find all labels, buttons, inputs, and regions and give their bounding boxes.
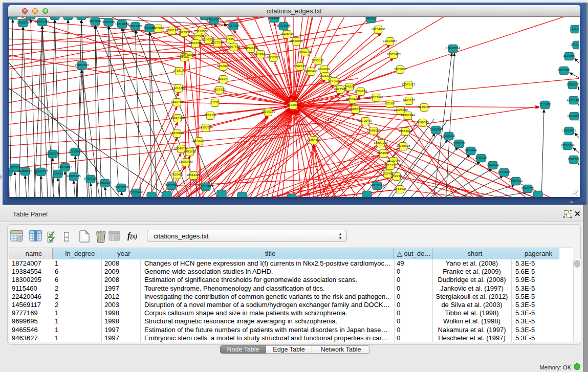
svg-text:3267110: 3267110 <box>204 113 216 117</box>
svg-text:3215958: 3215958 <box>539 102 552 106</box>
svg-text:7485063: 7485063 <box>394 67 407 71</box>
svg-text:9329966: 9329966 <box>563 54 576 57</box>
svg-text:20206576: 20206576 <box>46 151 60 155</box>
svg-text:12444150: 12444150 <box>567 98 579 101</box>
svg-text:12323448: 12323448 <box>129 190 143 194</box>
svg-text:1733426: 1733426 <box>394 187 407 190</box>
svg-text:19166825: 19166825 <box>170 131 184 135</box>
svg-text:39151: 39151 <box>9 169 12 173</box>
svg-text:1167533: 1167533 <box>568 157 579 161</box>
svg-text:1724007: 1724007 <box>287 103 300 106</box>
svg-text:1405571: 1405571 <box>17 20 30 24</box>
svg-text:98901: 98901 <box>180 55 189 58</box>
svg-text:7357224: 7357224 <box>227 24 240 27</box>
svg-text:12342757: 12342757 <box>34 169 48 173</box>
svg-text:7955812: 7955812 <box>312 58 324 62</box>
svg-text:20691406: 20691406 <box>35 19 50 23</box>
svg-text:252214: 252214 <box>391 174 402 178</box>
svg-text:12505135: 12505135 <box>67 174 81 178</box>
svg-text:9474444: 9474444 <box>465 148 477 152</box>
svg-text:114519: 114519 <box>53 171 63 175</box>
svg-text:11325419: 11325419 <box>280 32 294 35</box>
svg-text:9990443: 9990443 <box>305 69 318 73</box>
svg-text:1362615: 1362615 <box>294 64 307 68</box>
svg-text:19654955: 19654955 <box>170 116 185 119</box>
svg-text:10025438: 10025438 <box>394 108 408 112</box>
svg-text:9463627: 9463627 <box>403 98 416 102</box>
svg-text:10543382: 10543382 <box>188 41 203 45</box>
svg-text:10807487: 10807487 <box>369 95 383 99</box>
svg-text:11156827: 11156827 <box>18 169 32 172</box>
svg-text:1527602: 1527602 <box>89 19 102 23</box>
svg-text:2487682: 2487682 <box>365 17 378 20</box>
svg-text:12213967: 12213967 <box>383 39 397 42</box>
svg-text:17359924: 17359924 <box>68 149 82 153</box>
svg-text:3912954: 3912954 <box>178 30 191 34</box>
svg-text:2718170: 2718170 <box>173 69 186 72</box>
svg-text:6379197: 6379197 <box>453 141 466 145</box>
svg-text:16099489: 16099489 <box>179 160 193 163</box>
svg-text:16648784: 16648784 <box>446 46 460 50</box>
svg-text:8454749: 8454749 <box>245 46 257 50</box>
svg-text:18640910: 18640910 <box>289 39 303 42</box>
svg-text:8471676: 8471676 <box>498 170 511 173</box>
svg-text:17016504: 17016504 <box>560 143 575 147</box>
svg-text:15716485: 15716485 <box>199 184 213 188</box>
svg-text:16154808: 16154808 <box>371 27 385 31</box>
svg-text:10719155: 10719155 <box>115 22 129 26</box>
svg-text:11700: 11700 <box>211 100 220 104</box>
svg-text:10654112: 10654112 <box>509 179 523 182</box>
svg-text:9327508: 9327508 <box>211 40 224 44</box>
svg-text:12213382: 12213382 <box>171 86 186 90</box>
svg-text:10958127: 10958127 <box>98 181 112 184</box>
svg-text:8878334: 8878334 <box>193 139 206 142</box>
svg-text:7632621: 7632621 <box>487 163 499 166</box>
svg-text:20364436: 20364436 <box>346 97 360 101</box>
svg-text:19218586: 19218586 <box>276 24 291 27</box>
svg-text:1621022: 1621022 <box>319 74 332 77</box>
svg-text:15751074: 15751074 <box>570 42 579 46</box>
svg-text:9777109: 9777109 <box>328 79 341 82</box>
svg-text:62160: 62160 <box>385 101 395 105</box>
svg-text:1588520: 1588520 <box>267 55 280 59</box>
svg-text:9146821: 9146821 <box>254 52 267 55</box>
svg-text:8493822: 8493822 <box>184 149 197 153</box>
svg-text:10688609: 10688609 <box>366 128 381 132</box>
svg-text:6466160: 6466160 <box>102 20 115 24</box>
svg-text:18807249: 18807249 <box>374 141 388 144</box>
svg-text:9684067: 9684067 <box>377 151 390 155</box>
svg-text:16671355: 16671355 <box>128 24 143 28</box>
svg-text:803144: 803144 <box>218 77 229 80</box>
svg-text:2367608: 2367608 <box>228 45 241 48</box>
svg-text:8413054: 8413054 <box>268 17 281 19</box>
svg-text:7663822: 7663822 <box>152 26 165 30</box>
svg-text:14957944: 14957944 <box>401 113 415 117</box>
svg-text:15692971: 15692971 <box>562 128 576 132</box>
svg-text:19756928: 19756928 <box>396 144 410 147</box>
svg-text:9227342: 9227342 <box>558 68 571 72</box>
svg-text:18353594: 18353594 <box>199 125 213 129</box>
svg-text:19654923: 19654923 <box>398 129 412 133</box>
svg-text:9889695: 9889695 <box>417 120 429 124</box>
svg-text:16120746: 16120746 <box>386 159 401 162</box>
svg-text:12975115: 12975115 <box>401 82 416 86</box>
svg-text:1615132: 1615132 <box>384 163 397 167</box>
svg-text:9245052: 9245052 <box>521 186 534 190</box>
svg-text:8660124: 8660124 <box>166 28 179 32</box>
svg-text:93975857: 93975857 <box>58 165 72 168</box>
svg-text:15720407: 15720407 <box>358 119 373 122</box>
svg-text:746266: 746266 <box>344 84 355 88</box>
svg-text:9115460: 9115460 <box>418 105 430 108</box>
svg-text:16961758: 16961758 <box>298 50 312 53</box>
svg-text:7625402: 7625402 <box>171 172 184 176</box>
svg-text:5938923: 5938923 <box>443 134 455 137</box>
svg-text:9734028: 9734028 <box>318 67 331 71</box>
svg-text:2935114: 2935114 <box>475 156 487 159</box>
svg-text:19384554: 19384554 <box>307 138 321 141</box>
svg-text:29053346: 29053346 <box>75 63 89 67</box>
svg-text:17957225: 17957225 <box>83 177 98 180</box>
svg-text:10973493: 10973493 <box>386 52 401 56</box>
svg-text:1810755: 1810755 <box>171 100 184 103</box>
svg-text:25300275: 25300275 <box>261 110 275 113</box>
svg-text:1209387: 1209387 <box>567 82 579 86</box>
